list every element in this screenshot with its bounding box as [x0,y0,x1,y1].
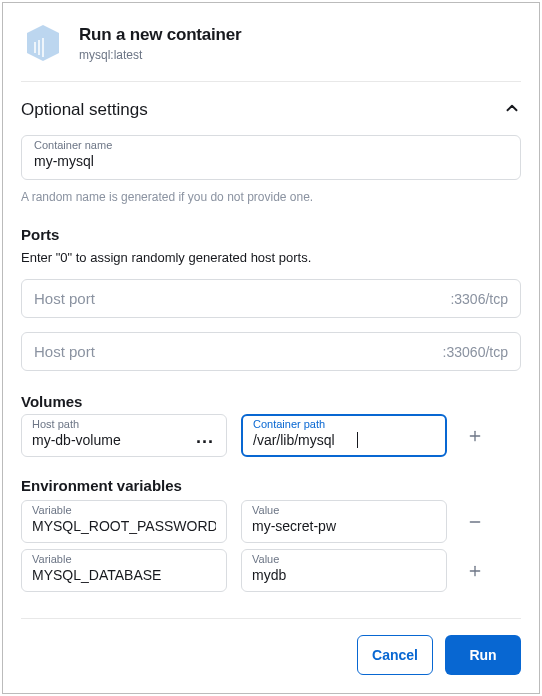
ports-hint: Enter "0" to assign randomly generated h… [21,250,521,265]
text-cursor [357,432,358,448]
port-suffix: :3306/tcp [450,291,508,307]
container-name-field[interactable]: Container name [21,135,521,180]
container-path-label: Container path [253,418,435,430]
ports-title: Ports [21,226,521,243]
add-volume-button[interactable] [461,422,489,450]
env-value-input[interactable] [252,565,436,585]
env-value-label: Value [252,553,436,565]
env-variable-field[interactable]: Variable [21,500,227,543]
env-variable-field[interactable]: Variable [21,549,227,592]
volumes-title: Volumes [21,393,521,410]
container-name-hint: A random name is generated if you do not… [21,190,521,204]
container-name-input[interactable] [34,151,508,171]
optional-settings-toggle[interactable]: Optional settings [21,82,521,135]
add-env-button[interactable] [461,557,489,585]
host-port-input[interactable] [34,343,435,360]
env-value-field[interactable]: Value [241,500,447,543]
browse-host-path-button[interactable]: ... [196,427,216,450]
env-variable-label: Variable [32,504,216,516]
env-variable-input[interactable] [32,565,216,585]
container-icon [21,21,65,65]
dialog-footer: Cancel Run [21,618,521,675]
port-suffix: :33060/tcp [443,344,508,360]
accordion-title: Optional settings [21,100,148,120]
run-container-dialog: Run a new container mysql:latest Optiona… [2,2,540,694]
dialog-header: Run a new container mysql:latest [21,3,521,82]
dialog-title: Run a new container [79,25,241,45]
run-button[interactable]: Run [445,635,521,675]
chevron-up-icon [503,99,521,121]
host-port-input[interactable] [34,290,442,307]
env-title: Environment variables [21,477,521,494]
env-value-label: Value [252,504,436,516]
container-name-label: Container name [34,139,508,151]
env-value-input[interactable] [252,516,436,536]
host-path-input[interactable] [32,430,196,450]
host-path-label: Host path [32,418,196,430]
env-variable-label: Variable [32,553,216,565]
container-path-input[interactable] [253,430,358,450]
port-row: :3306/tcp [21,279,521,318]
cancel-button[interactable]: Cancel [357,635,433,675]
env-variable-input[interactable] [32,516,216,536]
env-value-field[interactable]: Value [241,549,447,592]
remove-env-button[interactable] [461,508,489,536]
env-row: Variable Value [21,500,521,543]
port-row: :33060/tcp [21,332,521,371]
host-path-field[interactable]: Host path ... [21,414,227,457]
image-name: mysql:latest [79,48,241,62]
container-path-field[interactable]: Container path [241,414,447,457]
env-row: Variable Value [21,549,521,592]
volume-row: Host path ... Container path [21,414,521,457]
